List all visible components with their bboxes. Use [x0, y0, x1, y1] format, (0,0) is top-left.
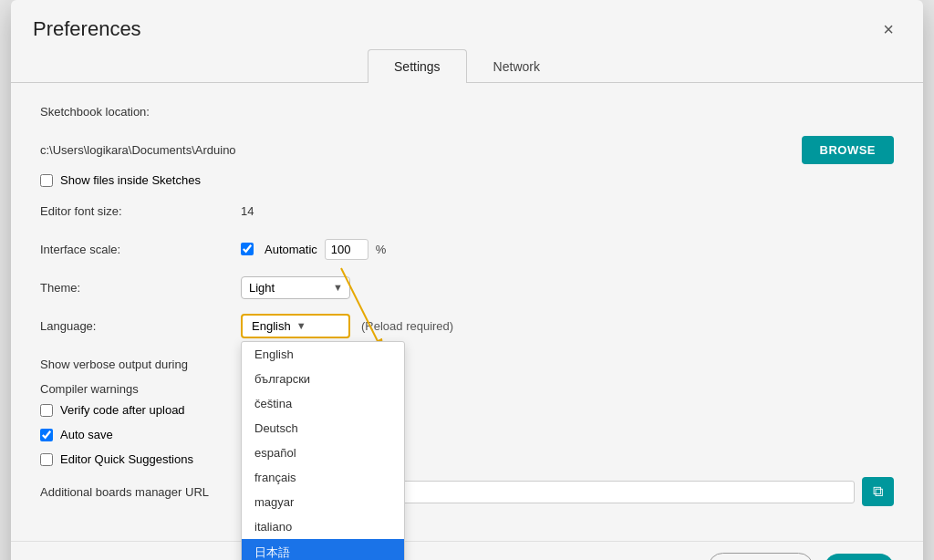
- autosave-row: Auto save: [40, 428, 894, 441]
- lang-option-japanese[interactable]: 日本語: [242, 539, 404, 561]
- verbose-row: Show verbose output during: [40, 351, 894, 377]
- verify-label: Verify code after upload: [60, 403, 185, 417]
- autosave-checkbox[interactable]: [40, 429, 53, 441]
- quick-suggest-checkbox[interactable]: [40, 453, 53, 466]
- lang-option-english[interactable]: English: [242, 342, 404, 367]
- autosave-label: Auto save: [60, 428, 113, 441]
- theme-row: Theme: Light Dark System ▼: [40, 275, 894, 300]
- lang-option-hungarian[interactable]: magyar: [242, 490, 404, 514]
- editor-font-value: 14: [241, 204, 254, 218]
- show-files-label: Show files inside Sketches: [60, 173, 201, 187]
- theme-select-wrapper: Light Dark System ▼: [241, 276, 350, 299]
- verbose-label: Show verbose output during: [40, 358, 241, 371]
- lang-option-spanish[interactable]: español: [242, 441, 404, 465]
- browse-button[interactable]: BROWSE: [802, 136, 895, 164]
- sketchbook-section: Sketchbook location:: [40, 105, 894, 130]
- copy-url-button[interactable]: ⧉: [862, 477, 894, 506]
- lang-option-italian[interactable]: italiano: [242, 514, 404, 539]
- close-button[interactable]: ×: [876, 16, 901, 42]
- quick-suggest-row: Editor Quick Suggestions: [40, 452, 894, 466]
- show-files-checkbox[interactable]: [40, 174, 53, 187]
- reload-required-label: (Reload required): [361, 319, 453, 333]
- compiler-warnings-label: Compiler warnings: [40, 382, 894, 396]
- interface-scale-label: Interface scale:: [40, 243, 241, 256]
- show-files-row: Show files inside Sketches: [40, 173, 894, 187]
- tab-settings[interactable]: Settings: [368, 49, 467, 83]
- language-row: Language: English ▼ (Reload required) En…: [40, 313, 894, 338]
- dialog-footer: CANCEL OK: [11, 541, 923, 560]
- language-chevron-icon: ▼: [296, 320, 306, 331]
- tab-network[interactable]: Network: [467, 49, 566, 83]
- language-dropdown-list: English български čeština Deutsch españo…: [241, 341, 405, 561]
- lang-option-bulgarian[interactable]: български: [242, 367, 404, 391]
- automatic-label: Automatic: [265, 243, 317, 256]
- scale-controls: Automatic %: [241, 239, 386, 260]
- additional-url-label: Additional boards manager URL: [40, 485, 241, 499]
- automatic-checkbox[interactable]: [241, 243, 254, 255]
- scale-input[interactable]: [325, 239, 368, 260]
- percent-label: %: [376, 243, 387, 256]
- tabs-bar: Settings Network: [11, 49, 923, 83]
- verify-row: Verify code after upload: [40, 403, 894, 417]
- verify-checkbox[interactable]: [40, 404, 53, 417]
- dialog-title: Preferences: [33, 17, 141, 41]
- theme-label: Theme:: [40, 281, 241, 295]
- language-label: Language:: [40, 319, 241, 333]
- additional-url-row: Additional boards manager URL ⧉: [40, 477, 894, 506]
- theme-select[interactable]: Light Dark System: [241, 276, 350, 299]
- quick-suggest-label: Editor Quick Suggestions: [60, 452, 193, 466]
- language-controls: English ▼ (Reload required) English бълг…: [241, 314, 453, 338]
- editor-font-row: Editor font size: 14: [40, 198, 894, 223]
- settings-content: Sketchbook location: c:\Users\logikara\D…: [11, 83, 923, 541]
- lang-option-french[interactable]: français: [242, 465, 404, 490]
- language-dropdown-button[interactable]: English ▼: [241, 314, 350, 338]
- sketchbook-path: c:\Users\logikara\Documents\Arduino: [40, 143, 787, 157]
- editor-font-label: Editor font size:: [40, 204, 241, 218]
- copy-icon: ⧉: [873, 483, 883, 499]
- language-value: English: [252, 319, 291, 333]
- sketchbook-path-row: c:\Users\logikara\Documents\Arduino BROW…: [40, 136, 894, 164]
- sketchbook-label: Sketchbook location:: [40, 105, 241, 119]
- ok-button[interactable]: OK: [825, 554, 895, 560]
- cancel-button[interactable]: CANCEL: [708, 553, 813, 560]
- interface-scale-row: Interface scale: Automatic %: [40, 236, 894, 262]
- dialog-header: Preferences ×: [11, 0, 923, 42]
- lang-option-german[interactable]: Deutsch: [242, 416, 404, 441]
- lang-option-czech[interactable]: čeština: [242, 391, 404, 416]
- preferences-dialog: Preferences × Settings Network Sketchboo…: [11, 0, 923, 560]
